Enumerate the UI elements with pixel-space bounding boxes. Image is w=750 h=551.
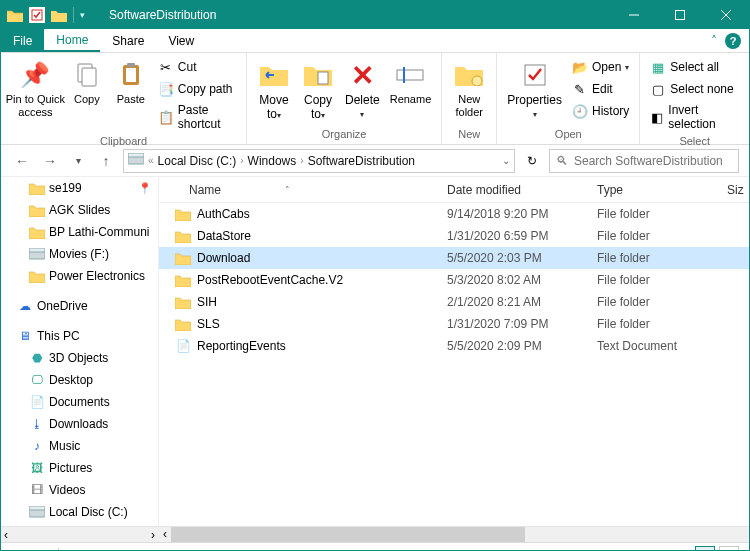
help-icon[interactable]: ? [725, 33, 741, 49]
folder-icon [175, 316, 191, 332]
tab-view[interactable]: View [156, 29, 206, 52]
refresh-button[interactable]: ↻ [521, 154, 543, 168]
table-row[interactable]: DataStore1/31/2020 6:59 PMFile folder [159, 225, 749, 247]
select-all-button[interactable]: ▦Select all [646, 57, 743, 77]
column-size[interactable]: Siz [719, 183, 749, 197]
chevron-icon[interactable]: « [148, 155, 154, 166]
view-thumbnails-button[interactable]: ▥ [719, 546, 739, 552]
column-date[interactable]: Date modified [439, 183, 589, 197]
sidebar-item-label: Power Electronics [49, 269, 145, 283]
sidebar-item-label: Documents [49, 395, 110, 409]
sidebar-item[interactable]: BP Lathi-Communi [1, 221, 158, 243]
doc-icon: 📄 [29, 394, 45, 410]
column-type[interactable]: Type [589, 183, 719, 197]
tab-home[interactable]: Home [44, 29, 100, 52]
select-none-button[interactable]: ▢Select none [646, 79, 743, 99]
svg-point-13 [472, 76, 482, 86]
sidebar-item[interactable]: 🖼Pictures [1, 457, 158, 479]
tab-share[interactable]: Share [100, 29, 156, 52]
navigation-pane[interactable]: se199📍AGK SlidesBP Lathi-CommuniMovies (… [1, 177, 159, 526]
file-type: File folder [589, 229, 719, 243]
qat-separator [73, 7, 74, 23]
ribbon: 📌 Pin to Quick access Copy Paste ✂Cut 📑C… [1, 53, 749, 145]
sidebar-item-label: AGK Slides [49, 203, 110, 217]
pc-icon: 🖥 [17, 328, 33, 344]
invert-selection-icon: ◧ [650, 109, 664, 125]
address-dropdown-icon[interactable]: ⌄ [502, 155, 510, 166]
table-row[interactable]: Download5/5/2020 2:03 PMFile folder [159, 247, 749, 269]
delete-icon: ✕ [346, 59, 378, 91]
sidebar-item[interactable]: Power Electronics [1, 265, 158, 287]
minimize-button[interactable] [611, 1, 657, 29]
delete-button[interactable]: ✕ Delete▾ [341, 55, 384, 125]
view-details-button[interactable]: ☰ [695, 546, 715, 552]
recent-locations-button[interactable]: ▾ [67, 150, 89, 172]
qat-newfolder-icon[interactable] [51, 7, 67, 23]
chevron-icon[interactable]: › [300, 155, 303, 166]
sidebar-item[interactable]: ⭳Downloads [1, 413, 158, 435]
collapse-ribbon-icon[interactable]: ˄ [711, 34, 717, 48]
forward-button[interactable]: → [39, 150, 61, 172]
sidebar-item[interactable]: 🖥This PC [1, 325, 158, 347]
table-row[interactable]: SIH2/1/2020 8:21 AMFile folder [159, 291, 749, 313]
sidebar-item[interactable]: Movies (F:) [1, 243, 158, 265]
close-button[interactable] [703, 1, 749, 29]
back-button[interactable]: ← [11, 150, 33, 172]
cut-icon: ✂ [158, 59, 174, 75]
sidebar-item-label: 3D Objects [49, 351, 108, 365]
table-row[interactable]: 📄ReportingEvents5/5/2020 2:09 PMText Doc… [159, 335, 749, 357]
sidebar-item[interactable]: 📄Documents [1, 391, 158, 413]
sidebar-item[interactable]: Local Disc (C:) [1, 501, 158, 523]
sidebar-item-label: Pictures [49, 461, 92, 475]
qat-properties-icon[interactable] [29, 7, 45, 23]
copy-to-button[interactable]: Copy to▾ [297, 55, 339, 126]
sidebar-item-label: BP Lathi-Communi [49, 225, 150, 239]
sidebar-item[interactable]: 🎞Videos [1, 479, 158, 501]
desktop-icon: 🖵 [29, 372, 45, 388]
up-button[interactable]: ↑ [95, 150, 117, 172]
file-date: 1/31/2020 6:59 PM [439, 229, 589, 243]
edit-icon: ✎ [572, 81, 588, 97]
nav-scrollbar[interactable]: ‹› [1, 526, 159, 542]
sidebar-item[interactable]: ♪Music [1, 435, 158, 457]
svg-rect-2 [676, 11, 685, 20]
tab-file[interactable]: File [1, 29, 44, 52]
qat-dropdown-icon[interactable]: ▾ [80, 10, 85, 20]
open-button[interactable]: 📂Open ▾ [568, 57, 633, 77]
edit-button[interactable]: ✎Edit [568, 79, 633, 99]
chevron-icon[interactable]: › [240, 155, 243, 166]
new-folder-button[interactable]: New folder [448, 55, 490, 123]
search-box[interactable]: 🔍︎ [549, 149, 739, 173]
table-row[interactable]: AuthCabs9/14/2018 9:20 PMFile folder [159, 203, 749, 225]
sidebar-item-label: Downloads [49, 417, 108, 431]
table-row[interactable]: PostRebootEventCache.V25/3/2020 8:02 AMF… [159, 269, 749, 291]
sidebar-item[interactable]: ⬣3D Objects [1, 347, 158, 369]
column-name[interactable]: Name˄ [159, 183, 439, 197]
copy-path-button[interactable]: 📑Copy path [154, 79, 240, 99]
drive-icon [29, 504, 45, 520]
move-to-button[interactable]: Move to▾ [253, 55, 295, 126]
pin-quick-access-button[interactable]: 📌 Pin to Quick access [7, 55, 64, 123]
properties-button[interactable]: Properties▾ [503, 55, 566, 125]
sidebar-item[interactable]: se199📍 [1, 177, 158, 199]
sidebar-item[interactable]: AGK Slides [1, 199, 158, 221]
address-bar[interactable]: « Local Disc (C:) › Windows › SoftwareDi… [123, 149, 515, 173]
sidebar-item[interactable]: ☁OneDrive [1, 295, 158, 317]
copy-button[interactable]: Copy [66, 55, 108, 110]
list-scrollbar[interactable]: ‹ [159, 526, 749, 542]
crumb-1[interactable]: Windows [248, 154, 297, 168]
crumb-2[interactable]: SoftwareDistribution [308, 154, 415, 168]
folder-icon [175, 294, 191, 310]
maximize-button[interactable] [657, 1, 703, 29]
paste-shortcut-button[interactable]: 📋Paste shortcut [154, 101, 240, 133]
table-row[interactable]: SLS1/31/2020 7:09 PMFile folder [159, 313, 749, 335]
search-input[interactable] [574, 154, 732, 168]
crumb-0[interactable]: Local Disc (C:) [158, 154, 237, 168]
rename-button[interactable]: Rename [386, 55, 436, 110]
history-button[interactable]: 🕘History [568, 101, 633, 121]
cut-button[interactable]: ✂Cut [154, 57, 240, 77]
invert-selection-button[interactable]: ◧Invert selection [646, 101, 743, 133]
sidebar-item[interactable]: 🖵Desktop [1, 369, 158, 391]
paste-button[interactable]: Paste [110, 55, 152, 110]
ribbon-tabs: File Home Share View ˄ ? [1, 29, 749, 53]
